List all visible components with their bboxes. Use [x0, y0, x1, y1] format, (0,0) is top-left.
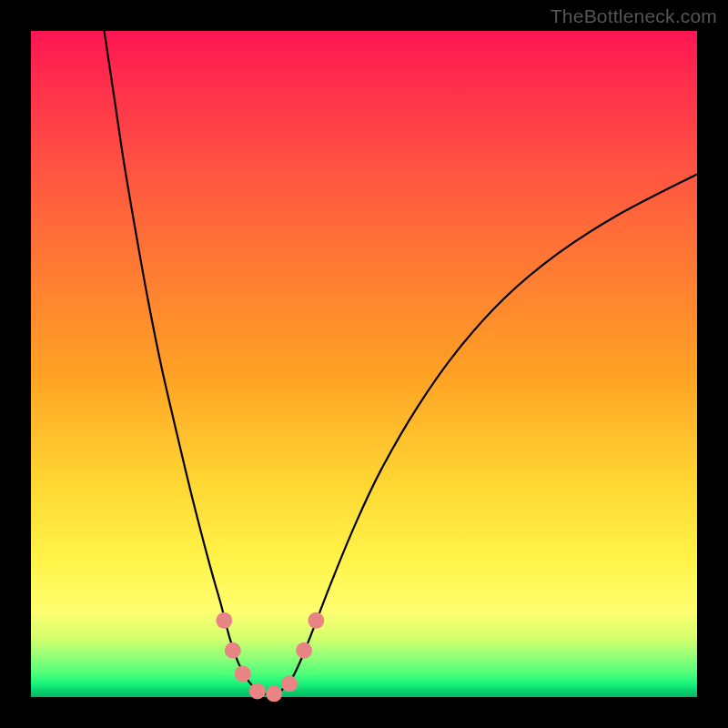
data-marker [281, 675, 298, 692]
curve-left-branch [105, 31, 271, 695]
outer-frame: TheBottleneck.com [0, 0, 728, 728]
curve-right-branch [271, 174, 697, 694]
data-marker [225, 642, 241, 659]
chart-svg [31, 31, 697, 697]
data-marker [216, 612, 232, 629]
data-marker [249, 682, 266, 699]
data-marker [235, 665, 251, 682]
data-marker [266, 685, 282, 702]
watermark-text: TheBottleneck.com [551, 5, 717, 27]
data-marker [308, 612, 324, 629]
plot-area [31, 31, 697, 697]
data-marker [296, 642, 312, 659]
markers-group [216, 612, 324, 703]
